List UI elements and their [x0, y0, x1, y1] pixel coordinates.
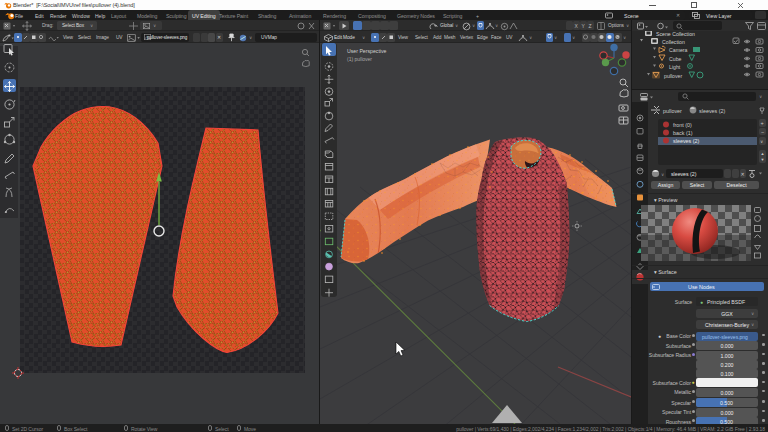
svg-text:Camera: Camera [669, 47, 688, 53]
svg-text:Light: Light [669, 64, 681, 70]
svg-text:Cube: Cube [669, 56, 682, 62]
svg-text:(1) pullover: (1) pullover [347, 56, 372, 62]
svg-text:front (0): front (0) [673, 122, 692, 128]
svg-text:Scene Collection: Scene Collection [656, 31, 695, 37]
svg-text:Collection: Collection [662, 39, 685, 45]
svg-text:pullover: pullover [663, 108, 682, 114]
svg-text:User Perspective: User Perspective [347, 48, 387, 54]
svg-text:sleeves (2): sleeves (2) [699, 108, 726, 114]
svg-text:back (1): back (1) [673, 130, 693, 136]
svg-text:pullover: pullover [664, 73, 682, 79]
svg-text:sleeves (2): sleeves (2) [673, 138, 700, 144]
